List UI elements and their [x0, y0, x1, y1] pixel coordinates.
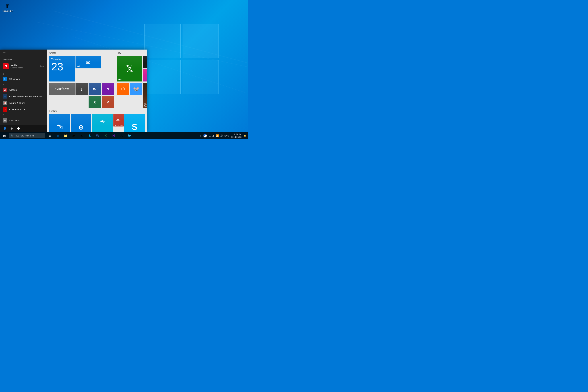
search-icon: 🔍: [10, 134, 14, 137]
taskbar-steam[interactable]: ♨: [118, 132, 126, 140]
app-calculator[interactable]: ⊞ Calculator: [0, 117, 47, 124]
adobe-icon: ◎: [3, 94, 7, 98]
mickey-tile[interactable]: 🐭: [130, 83, 142, 95]
netflix-badge: Free: [40, 65, 44, 67]
win-pane-br: [182, 60, 219, 94]
settings-button[interactable]: ⚙: [8, 125, 15, 132]
tray-cloud[interactable]: ☁: [208, 132, 212, 140]
calendar-tile[interactable]: Thursday 23: [49, 56, 75, 82]
king-icon: ♔: [121, 86, 126, 92]
taskbar-store[interactable]: 🛍: [70, 132, 78, 140]
film-tile[interactable]: 🎬: [143, 56, 147, 68]
start-menu: ☰ Suggested N Netflix Click to install F…: [0, 50, 147, 132]
start-menu-left: ☰ Suggested N Netflix Click to install F…: [0, 50, 47, 132]
taskbar-app-list: e 📁 🛍 ✉ S W X N ♨: [54, 132, 199, 140]
calculator-label: Calculator: [9, 119, 20, 122]
power-button[interactable]: ⏻: [15, 125, 22, 132]
language-label: ENG: [224, 134, 229, 137]
tray-speaker[interactable]: 🔊: [220, 132, 224, 140]
play-row-2: ♔ 🐭 ⚔️ March of Em... G5: [117, 83, 147, 108]
onenote-tile[interactable]: N: [102, 83, 114, 95]
power-icon: ⏻: [17, 127, 20, 130]
taskbar-skype[interactable]: S: [86, 132, 94, 140]
taskbar-mail[interactable]: ✉: [78, 132, 86, 140]
weather-tile[interactable]: ☀ Weather: [92, 114, 112, 132]
explore-section-label: Explore: [49, 109, 145, 114]
tray-bmw[interactable]: [202, 132, 208, 140]
taskbar-word[interactable]: W: [94, 132, 102, 140]
onenote-icon: N: [106, 87, 109, 91]
app-alarms[interactable]: ⏰ Alarms & Clock: [0, 100, 47, 106]
small-tiles-col: 🎬 ♪: [143, 56, 147, 82]
download-icon: ↓: [80, 86, 83, 92]
app-appmark[interactable]: ▲ APPmark 2018: [0, 106, 47, 113]
hamburger-menu-button[interactable]: ☰: [0, 50, 9, 57]
taskbar-onenote-icon: N: [112, 134, 115, 138]
user-icon: 👤: [3, 127, 6, 130]
xbox-icon: 𝕏: [126, 64, 133, 74]
tray-printer[interactable]: 🖨: [212, 132, 215, 140]
win-pane-tl: [144, 24, 181, 58]
app-adobe-photoshop[interactable]: ◎ Adobe Photoshop Elements 15: [0, 93, 47, 100]
start-bottom-panel: 👤 ⚙ ⏻: [0, 125, 47, 132]
clock-date: 2019-05-23: [232, 136, 242, 138]
system-clock[interactable]: 2:34 PM 2019-05-23: [230, 133, 243, 139]
taskbar-twitter[interactable]: 🐦: [126, 132, 134, 140]
march-tile[interactable]: ⚔️ March of Em...: [143, 83, 147, 108]
king-tile[interactable]: ♔: [117, 83, 129, 95]
create-section: Create Thursday 23 ✉ Mail: [49, 51, 114, 109]
download-tile[interactable]: ↓: [76, 83, 88, 95]
tiles-main-container: Create Thursday 23 ✉ Mail: [49, 51, 145, 109]
task-view-icon: ⧉: [49, 134, 51, 138]
excel-tile[interactable]: X: [88, 96, 101, 108]
play-section-label: Play: [117, 51, 147, 55]
taskbar-onenote[interactable]: N: [110, 132, 118, 140]
sketchbook-icon: ✏: [116, 118, 120, 124]
skype-icon: S: [132, 122, 138, 132]
store-tile[interactable]: 🛍 Microsoft Store: [49, 114, 70, 132]
calendar-day-num: 23: [51, 61, 63, 72]
search-bar[interactable]: 🔍 Type here to search: [9, 133, 45, 138]
tray-chevron[interactable]: ∧: [199, 132, 202, 140]
desktop: 🗑 Recycle Bin ☰ Suggested N Netflix Clic…: [0, 0, 248, 140]
tray-lang[interactable]: ENG: [224, 132, 230, 140]
mail-tile[interactable]: ✉ Mail: [76, 56, 101, 68]
taskbar-file-explorer[interactable]: 📁: [62, 132, 70, 140]
create-section-label: Create: [49, 51, 114, 55]
groove-tile[interactable]: ♪: [143, 69, 147, 82]
app-access[interactable]: A Access: [0, 86, 47, 93]
edge-tile[interactable]: e Microsoft Edge: [70, 114, 91, 132]
powerpoint-tile[interactable]: P: [102, 96, 114, 108]
skype-tile[interactable]: S Skype: [124, 114, 145, 132]
create-row-1: Thursday 23 ✉ Mail: [49, 56, 114, 82]
suggested-label: Suggested: [0, 57, 47, 61]
taskbar-edge[interactable]: e: [54, 132, 62, 140]
netflix-item[interactable]: N Netflix Click to install Free: [0, 61, 47, 71]
surface-tile[interactable]: Surface: [49, 83, 75, 95]
search-placeholder-text: Type here to search: [14, 134, 34, 137]
access-icon: A: [3, 88, 7, 92]
sketchbook-tile[interactable]: ✏ SketchBook: [114, 114, 124, 126]
windows-logo-decoration: [136, 14, 226, 105]
recycle-bin-icon[interactable]: 🗑 Recycle Bin: [2, 2, 14, 13]
app-calendar[interactable]: 📅 Calendar: [0, 124, 47, 125]
tray-notification[interactable]: 🔔: [243, 132, 247, 140]
explore-section: Explore 🛍 Microsoft Store e Microsoft Ed…: [49, 109, 145, 132]
mail-tile-label: Mail: [76, 65, 80, 67]
play-row-1: 𝕏 Xbox 🎬 ♪: [117, 56, 147, 82]
word-tile[interactable]: W: [88, 83, 101, 95]
start-button[interactable]: ⊞: [0, 132, 9, 140]
edge-icon: e: [79, 122, 83, 132]
speaker-icon: 🔊: [220, 134, 223, 137]
tray-wifi[interactable]: 📶: [215, 132, 220, 140]
user-account-button[interactable]: 👤: [2, 125, 8, 132]
mickey-icon: 🐭: [133, 86, 140, 92]
taskbar-twitter-icon: 🐦: [128, 134, 132, 138]
task-view-button[interactable]: ⧉: [46, 132, 54, 140]
calculator-icon: ⊞: [3, 118, 7, 122]
create-row-2: Surface ↓ W N: [49, 83, 114, 108]
taskbar-excel[interactable]: X: [102, 132, 110, 140]
play-section: Play 𝕏 Xbox 🎬: [117, 51, 147, 109]
app-3d-viewer[interactable]: ⬡ 3D Viewer: [0, 76, 47, 82]
xbox-tile[interactable]: 𝕏 Xbox: [117, 56, 142, 82]
